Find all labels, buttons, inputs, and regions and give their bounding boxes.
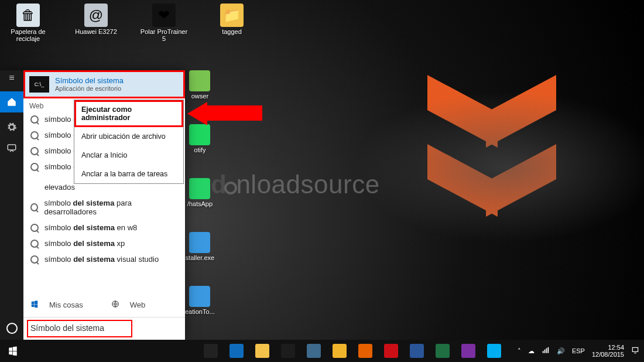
suggestion-text: símbolo del sistema para desarrolladores <box>44 199 178 216</box>
desktop-icon-label: otify <box>194 146 205 153</box>
search-icon <box>30 255 39 264</box>
desktop-icon-label: Papelera de reciclaje <box>4 28 53 42</box>
cmd-icon <box>29 76 49 93</box>
desktop-icon[interactable]: @Huawei E3272 <box>71 4 121 42</box>
desktop-icon-label: staller.exe <box>186 254 215 261</box>
desktop-icon-label: /hatsApp <box>187 200 213 207</box>
file-explorer-icon <box>255 344 269 358</box>
search-icon <box>30 163 39 171</box>
desktop-icons-row: 🗑Papelera de reciclaje@Huawei E3272❤Pola… <box>0 0 644 42</box>
excel-icon <box>436 344 450 358</box>
search-icon <box>30 203 38 211</box>
context-menu-item[interactable]: Ejecutar como administrador <box>74 100 183 127</box>
firefox-icon <box>358 344 372 358</box>
desktop-icon-image <box>189 70 210 91</box>
desktop-icon-label: eationTo... <box>185 308 215 315</box>
gear-icon[interactable] <box>5 121 18 134</box>
desktop-icon[interactable]: 🗑Papelera de reciclaje <box>4 4 53 42</box>
desktop-icon-partial[interactable]: eationTo... <box>185 286 215 315</box>
desktop-icon-image: @ <box>84 4 108 27</box>
taskbar-app-weather[interactable] <box>302 340 326 362</box>
search-scope-row: Mis cosas Web <box>23 294 185 317</box>
search-icon <box>30 224 39 232</box>
best-match-title: Símbolo del sistema <box>55 76 124 85</box>
taskbar-app-onenote[interactable] <box>456 340 481 362</box>
desktop-icon[interactable]: 📁tagged <box>207 4 256 42</box>
context-menu-item[interactable]: Anclar a Inicio <box>74 146 183 165</box>
desktop-icon-partial[interactable]: owser <box>185 70 215 100</box>
search-input[interactable] <box>30 323 178 333</box>
opera-icon <box>384 344 398 358</box>
desktop-icon[interactable]: ❤Polar ProTrainer 5 <box>139 4 189 42</box>
watermark: dnloadsource <box>211 170 380 199</box>
taskbar-app-excel[interactable] <box>430 340 455 362</box>
desktop-icon-partial[interactable]: otify <box>185 124 215 153</box>
search-input-container <box>23 317 185 340</box>
cortana-icon <box>6 323 18 334</box>
tray-notifications-icon[interactable] <box>631 346 639 356</box>
windows-logo-icon <box>30 300 39 310</box>
desktop-icon-partial[interactable]: /hatsApp <box>185 178 215 207</box>
hamburger-icon[interactable]: ≡ <box>5 71 18 84</box>
search-icon <box>30 240 39 248</box>
weather-icon <box>307 344 321 358</box>
search-icon <box>30 115 39 124</box>
cortana-button[interactable] <box>0 316 23 340</box>
taskbar-clock[interactable]: 12:54 12/08/2015 <box>592 344 624 358</box>
svg-rect-0 <box>8 145 16 150</box>
taskbar-app-word[interactable] <box>405 340 429 362</box>
wallpaper-logo <box>427 94 556 216</box>
taskbar-app-opera[interactable] <box>379 340 403 362</box>
search-suggestion[interactable]: símbolo del sistema xp <box>23 235 185 251</box>
context-menu-item[interactable]: Abrir ubicación de archivo <box>74 127 183 146</box>
tray-onedrive-icon[interactable]: ☁ <box>528 347 535 355</box>
suggestion-text: símbolo d <box>44 131 77 139</box>
taskbar-app-chrome[interactable] <box>327 340 352 362</box>
taskbar-pinned-apps <box>198 340 506 362</box>
store-icon <box>281 344 295 358</box>
taskbar-app-task-view[interactable] <box>198 340 223 362</box>
tray-volume-icon[interactable]: 🔊 <box>557 347 565 355</box>
search-suggestion[interactable]: símbolo del sistema para desarrolladores <box>23 195 185 220</box>
tray-chevron-icon[interactable]: ˄ <box>518 347 521 355</box>
taskbar-app-edge[interactable] <box>224 340 249 362</box>
best-match-result[interactable]: Símbolo del sistema Aplicación de escrit… <box>23 70 185 98</box>
search-icon <box>30 131 39 139</box>
feedback-icon[interactable] <box>5 142 18 155</box>
home-icon[interactable] <box>0 91 23 112</box>
desktop-icon-image <box>189 124 210 145</box>
desktop-icon-image: 📁 <box>220 4 244 27</box>
taskbar-app-skype[interactable] <box>482 340 506 362</box>
system-tray: ˄ ☁ 🔊 ESP 12:54 12/08/2015 <box>518 344 644 358</box>
globe-icon <box>111 300 119 310</box>
context-menu-item[interactable]: Anclar a la barra de tareas <box>74 165 183 183</box>
best-match-subtitle: Aplicación de escritorio <box>55 85 124 92</box>
desktop-icon-image: ❤ <box>152 4 176 27</box>
suggestion-text: símbolo d <box>44 146 77 155</box>
filter-web[interactable]: Web <box>130 300 146 309</box>
svg-rect-2 <box>632 347 638 351</box>
search-suggestion[interactable]: símbolo del sistema en w8 <box>23 220 185 235</box>
tray-language[interactable]: ESP <box>572 347 585 354</box>
search-icon <box>30 147 39 155</box>
context-menu: Ejecutar como administradorAbrir ubicaci… <box>74 100 184 184</box>
desktop-icon-partial[interactable]: staller.exe <box>185 232 215 261</box>
start-button[interactable] <box>0 340 26 362</box>
suggestion-text: símbolo d <box>44 162 77 171</box>
skype-icon <box>487 344 501 358</box>
chrome-icon <box>333 344 347 358</box>
search-suggestion[interactable]: símbolo del sistema visual studio <box>23 251 185 267</box>
taskbar-app-firefox[interactable] <box>353 340 378 362</box>
desktop-icon-image <box>189 232 210 253</box>
desktop-icon-label: Polar ProTrainer 5 <box>139 28 189 42</box>
taskbar-app-store[interactable] <box>276 340 300 362</box>
task-view-icon <box>204 344 218 358</box>
onenote-icon <box>461 344 475 358</box>
desktop-icon-image <box>189 286 210 307</box>
taskbar-app-file-explorer[interactable] <box>250 340 275 362</box>
start-left-rail: ≡ <box>0 70 23 340</box>
suggestion-text: símbolo del sistema en w8 <box>44 223 137 232</box>
tray-network-icon[interactable] <box>542 346 550 356</box>
filter-my-stuff[interactable]: Mis cosas <box>49 300 83 309</box>
suggestion-text: símbolo del sistema visual studio <box>44 255 159 264</box>
